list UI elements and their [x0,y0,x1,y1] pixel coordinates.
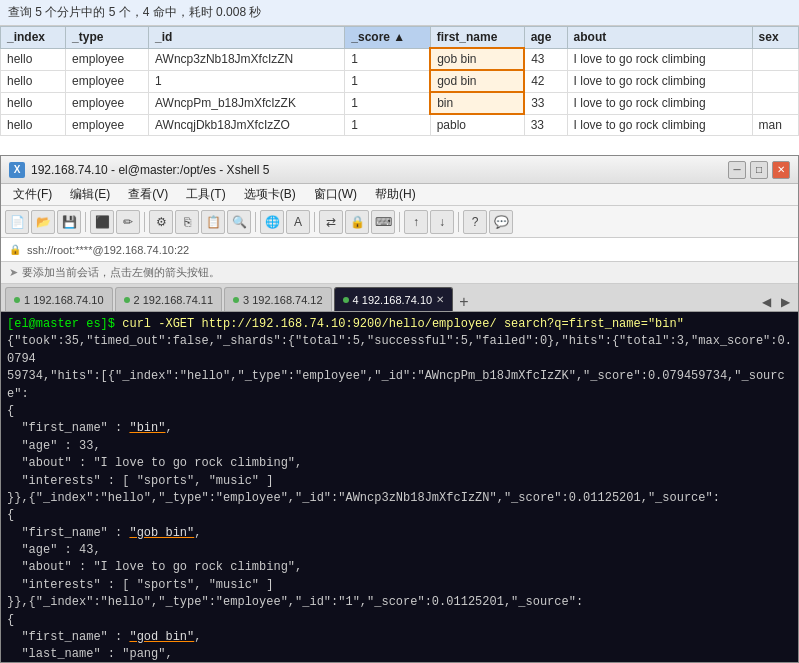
tab-1-label: 1 192.168.74.10 [24,294,104,306]
copy-btn[interactable]: ⎘ [175,210,199,234]
close-button[interactable]: ✕ [772,161,790,179]
table-cell: hello [1,114,66,136]
terminal-line-14: "interests" : [ "sports", "music" ] [7,577,792,594]
table-cell: I love to go rock climbing [567,70,752,92]
tab-4-close[interactable]: ✕ [436,294,444,305]
tab-2-dot [124,297,130,303]
results-table: _index _type _id _score ▲ first_name age… [0,26,799,136]
window-title: 192.168.74.10 - el@master:/opt/es - Xshe… [31,163,269,177]
globe-btn[interactable]: 🌐 [260,210,284,234]
settings-btn[interactable]: ⚙ [149,210,173,234]
pencil-btn[interactable]: ✏ [116,210,140,234]
arrow-icon: ➤ [9,266,18,279]
menu-help[interactable]: 帮助(H) [367,185,424,204]
tab-1[interactable]: 1 192.168.74.10 [5,287,113,311]
table-cell: pablo [430,114,524,136]
table-cell: 1 [345,70,430,92]
minimize-button[interactable]: ─ [728,161,746,179]
table-cell: employee [66,70,149,92]
table-header-row: _index _type _id _score ▲ first_name age… [1,27,799,49]
table-cell: I love to go rock climbing [567,92,752,114]
terminal-line-9: }},{"_index":"hello","_type":"employee",… [7,490,792,507]
col-sex: sex [752,27,798,49]
tabs-prev-button[interactable]: ◀ [758,293,775,311]
keyboard-btn[interactable]: ⌨ [371,210,395,234]
tabs-navigation: ◀ ▶ [758,293,794,311]
query-results-area: 查询 5 个分片中的 5 个，4 命中，耗时 0.008 秒 _index _t… [0,0,799,155]
menu-window[interactable]: 窗口(W) [306,185,365,204]
table-cell: 33 [524,114,567,136]
upload-btn[interactable]: ↑ [404,210,428,234]
download-btn[interactable]: ↓ [430,210,454,234]
table-cell: god bin [430,70,524,92]
terminal-line-18: "last_name" : "pang", [7,646,792,662]
menubar: 文件(F) 编辑(E) 查看(V) 工具(T) 选项卡(B) 窗口(W) 帮助(… [1,184,798,206]
table-cell: 1 [345,92,430,114]
col-type: _type [66,27,149,49]
terminal-line-2: {"took":35,"timed_out":false,"_shards":{… [7,333,792,368]
table-cell: employee [66,48,149,70]
table-cell: AWncqjDkb18JmXfcIzZO [149,114,345,136]
tab-2[interactable]: 2 192.168.74.11 [115,287,223,311]
address-text: ssh://root:****@192.168.74.10:22 [27,244,189,256]
table-cell: man [752,114,798,136]
table-cell: 1 [345,114,430,136]
query-text: 查询 5 个分片中的 5 个，4 命中，耗时 0.008 秒 [8,5,261,19]
chat-btn[interactable]: 💬 [489,210,513,234]
lock-btn[interactable]: 🔒 [345,210,369,234]
terminal-line-1: [el@master es]$ curl -XGET http://192.16… [7,316,792,333]
tab-1-dot [14,297,20,303]
tabs-bar: 1 192.168.74.10 2 192.168.74.11 3 192.16… [1,284,798,312]
help-btn[interactable]: ? [463,210,487,234]
separator-5 [399,212,400,232]
terminal-line-16: { [7,612,792,629]
tab-4[interactable]: 4 192.168.74.10 ✕ [334,287,454,311]
toolbar: 📄 📂 💾 ⬛ ✏ ⚙ ⎘ 📋 🔍 🌐 A ⇄ 🔒 ⌨ ↑ ↓ ? 💬 [1,206,798,238]
tab-3-label: 3 192.168.74.12 [243,294,323,306]
table-body: helloemployeeAWncp3zNb18JmXfcIzZN1gob bi… [1,48,799,136]
table-cell: employee [66,92,149,114]
add-tab-button[interactable]: + [455,293,472,311]
menu-view[interactable]: 查看(V) [120,185,176,204]
menu-tools[interactable]: 工具(T) [178,185,233,204]
col-index: _index [1,27,66,49]
xshell-window: X 192.168.74.10 - el@master:/opt/es - Xs… [0,155,799,663]
terminal-line-12: "age" : 43, [7,542,792,559]
table-row: helloemployeeAWncp3zNb18JmXfcIzZN1gob bi… [1,48,799,70]
table-cell: bin [430,92,524,114]
terminal-line-15: }},{"_index":"hello","_type":"employee",… [7,594,792,611]
transfer-btn[interactable]: ⇄ [319,210,343,234]
menu-file[interactable]: 文件(F) [5,185,60,204]
maximize-button[interactable]: □ [750,161,768,179]
tab-3[interactable]: 3 192.168.74.12 [224,287,332,311]
save-button[interactable]: 💾 [57,210,81,234]
terminal-line-17: "first_name" : "god bin", [7,629,792,646]
terminal-line-6: "age" : 33, [7,438,792,455]
table-cell: I love to go rock climbing [567,114,752,136]
table-cell: 42 [524,70,567,92]
terminal-btn[interactable]: ⬛ [90,210,114,234]
table-cell: 1 [345,48,430,70]
menu-edit[interactable]: 编辑(E) [62,185,118,204]
font-btn[interactable]: A [286,210,310,234]
separator-1 [85,212,86,232]
terminal-area[interactable]: [el@master es]$ curl -XGET http://192.16… [1,312,798,662]
table-cell: AWncpPm_b18JmXfcIzZK [149,92,345,114]
title-left: X 192.168.74.10 - el@master:/opt/es - Xs… [9,162,269,178]
table-cell: hello [1,70,66,92]
tab-3-dot [233,297,239,303]
table-cell: AWncp3zNb18JmXfcIzZN [149,48,345,70]
window-controls[interactable]: ─ □ ✕ [728,161,790,179]
new-button[interactable]: 📄 [5,210,29,234]
open-button[interactable]: 📂 [31,210,55,234]
terminal-line-4: { [7,403,792,420]
search-btn[interactable]: 🔍 [227,210,251,234]
table-cell [752,70,798,92]
tabs-next-button[interactable]: ▶ [777,293,794,311]
paste-btn[interactable]: 📋 [201,210,225,234]
col-score: _score ▲ [345,27,430,49]
menu-tabs[interactable]: 选项卡(B) [236,185,304,204]
col-age: age [524,27,567,49]
table-row: helloemployee11god bin42I love to go roc… [1,70,799,92]
separator-6 [458,212,459,232]
